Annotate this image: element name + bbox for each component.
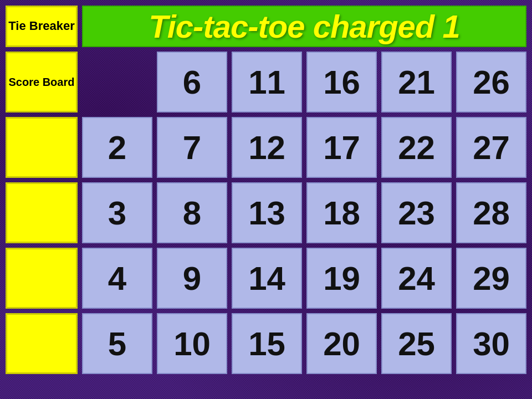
tie-breaker-label: Tie Breaker — [8, 19, 74, 33]
number-cell-27[interactable]: 27 — [456, 117, 526, 178]
number-cell-5[interactable]: 5 — [82, 313, 152, 374]
number-cell-19[interactable]: 19 — [306, 248, 377, 309]
number-cell-29[interactable]: 29 — [456, 248, 526, 309]
score-board-empty-1[interactable] — [6, 117, 78, 178]
number-cell-25[interactable]: 25 — [381, 313, 452, 374]
number-col-4: 16 17 18 19 20 — [306, 52, 377, 374]
number-cell-17[interactable]: 17 — [306, 117, 377, 178]
number-cell-26[interactable]: 26 — [456, 52, 526, 112]
number-cell-9[interactable]: 9 — [157, 248, 227, 309]
number-cell-10[interactable]: 10 — [157, 313, 227, 374]
number-cell-24[interactable]: 24 — [381, 248, 452, 309]
number-col-3: 11 12 13 14 15 — [232, 52, 302, 374]
number-cell-7[interactable]: 7 — [157, 117, 227, 178]
number-cell-11[interactable]: 11 — [232, 52, 302, 112]
game-title: Tic-tac-toe charged 1 — [149, 8, 459, 45]
score-board-empty-3[interactable] — [6, 248, 78, 309]
number-cell-28[interactable]: 28 — [456, 182, 526, 243]
number-cell-22[interactable]: 22 — [381, 117, 452, 178]
title-box: Tic-tac-toe charged 1 — [82, 6, 526, 47]
grid-area: Score Board 2 3 4 5 6 7 8 9 10 — [6, 52, 526, 374]
score-board-empty-2[interactable] — [6, 182, 78, 243]
number-cell-30[interactable]: 30 — [456, 313, 526, 374]
number-cell-15[interactable]: 15 — [232, 313, 302, 374]
score-board-cell[interactable]: Score Board — [6, 52, 78, 112]
main-container: Tie Breaker Tic-tac-toe charged 1 Score … — [0, 0, 532, 380]
score-board-empty-4[interactable] — [6, 313, 78, 374]
number-cell-6[interactable]: 6 — [157, 52, 227, 112]
number-grid: 2 3 4 5 6 7 8 9 10 11 12 13 14 15 — [82, 52, 526, 374]
number-cell-18[interactable]: 18 — [306, 182, 377, 243]
number-cell-13[interactable]: 13 — [232, 182, 302, 243]
score-board-column: Score Board — [6, 52, 78, 374]
number-col-2: 6 7 8 9 10 — [157, 52, 227, 374]
number-cell-21[interactable]: 21 — [381, 52, 452, 112]
number-cell-23[interactable]: 23 — [381, 182, 452, 243]
number-cell-8[interactable]: 8 — [157, 182, 227, 243]
number-cell-3[interactable]: 3 — [82, 182, 152, 243]
number-col-6: 26 27 28 29 30 — [456, 52, 526, 374]
number-cell-4[interactable]: 4 — [82, 248, 152, 309]
number-cell-2[interactable]: 2 — [82, 117, 152, 178]
number-col-5: 21 22 23 24 25 — [381, 52, 452, 374]
tie-breaker-box[interactable]: Tie Breaker — [6, 6, 78, 47]
number-cell-14[interactable]: 14 — [232, 248, 302, 309]
header-row: Tie Breaker Tic-tac-toe charged 1 — [6, 6, 526, 47]
number-cell-20[interactable]: 20 — [306, 313, 377, 374]
number-cell-12[interactable]: 12 — [232, 117, 302, 178]
number-cell-16[interactable]: 16 — [306, 52, 377, 112]
number-col-1: 2 3 4 5 — [82, 52, 152, 374]
score-board-label: Score Board — [9, 76, 75, 89]
